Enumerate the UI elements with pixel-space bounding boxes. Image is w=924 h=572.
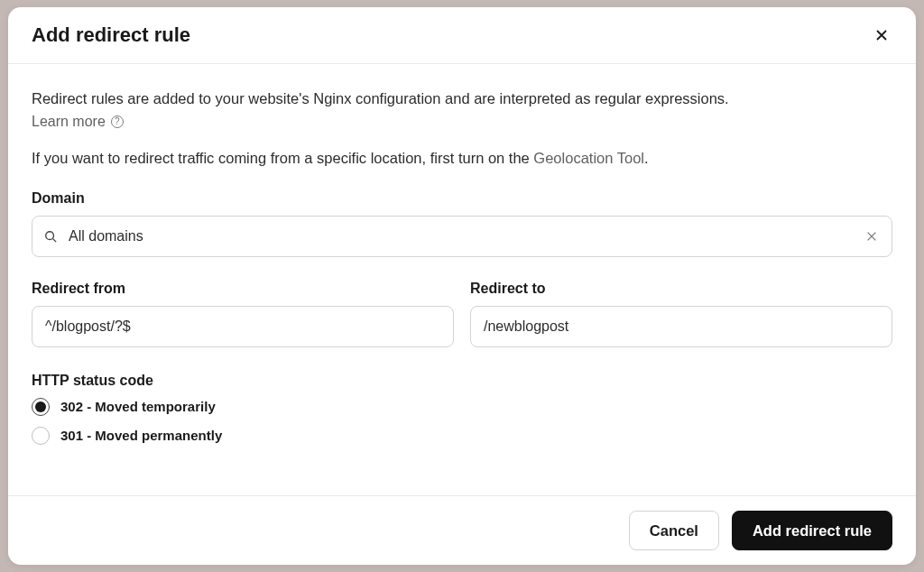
modal-title: Add redirect rule xyxy=(32,23,190,47)
radio-icon xyxy=(32,398,50,416)
modal-header: Add redirect rule xyxy=(8,7,916,64)
add-redirect-rule-modal: Add redirect rule Redirect rules are add… xyxy=(8,7,916,565)
close-button[interactable] xyxy=(871,24,892,46)
radio-302[interactable]: 302 - Moved temporarily xyxy=(32,398,892,416)
geo-suffix: . xyxy=(644,150,649,166)
radio-label: 302 - Moved temporarily xyxy=(60,399,216,414)
redirect-to-input[interactable] xyxy=(470,306,892,347)
help-icon[interactable]: ? xyxy=(111,115,124,128)
redirect-from-input[interactable] xyxy=(32,306,454,347)
geolocation-hint: If you want to redirect traffic coming f… xyxy=(32,150,892,167)
http-status-radio-group: 302 - Moved temporarily 301 - Moved perm… xyxy=(32,398,892,445)
modal-body: Redirect rules are added to your website… xyxy=(8,64,916,495)
domain-label: Domain xyxy=(32,190,892,207)
geolocation-tool-link[interactable]: Geolocation Tool xyxy=(533,150,644,166)
redirect-to-col: Redirect to xyxy=(470,281,892,347)
clear-icon xyxy=(865,230,878,243)
domain-input[interactable] xyxy=(32,216,892,257)
redirect-row: Redirect from Redirect to xyxy=(32,281,892,347)
cancel-button[interactable]: Cancel xyxy=(629,511,719,550)
clear-domain-button[interactable] xyxy=(862,226,882,246)
geo-prefix: If you want to redirect traffic coming f… xyxy=(32,150,533,166)
learn-more-row: Learn more ? xyxy=(32,114,892,130)
radio-301[interactable]: 301 - Moved permanently xyxy=(32,427,892,445)
redirect-from-label: Redirect from xyxy=(32,281,454,297)
learn-more-link[interactable]: Learn more xyxy=(32,114,106,130)
redirect-to-label: Redirect to xyxy=(470,281,892,297)
redirect-from-col: Redirect from xyxy=(32,281,454,347)
radio-icon xyxy=(32,427,50,445)
close-icon xyxy=(874,28,889,42)
svg-point-0 xyxy=(46,231,54,239)
search-icon xyxy=(44,230,57,243)
http-status-label: HTTP status code xyxy=(32,373,892,389)
add-redirect-rule-button[interactable]: Add redirect rule xyxy=(732,511,892,550)
domain-field-wrap xyxy=(32,216,892,257)
modal-footer: Cancel Add redirect rule xyxy=(8,495,916,565)
radio-label: 301 - Moved permanently xyxy=(60,428,222,443)
intro-text: Redirect rules are added to your website… xyxy=(32,88,892,111)
